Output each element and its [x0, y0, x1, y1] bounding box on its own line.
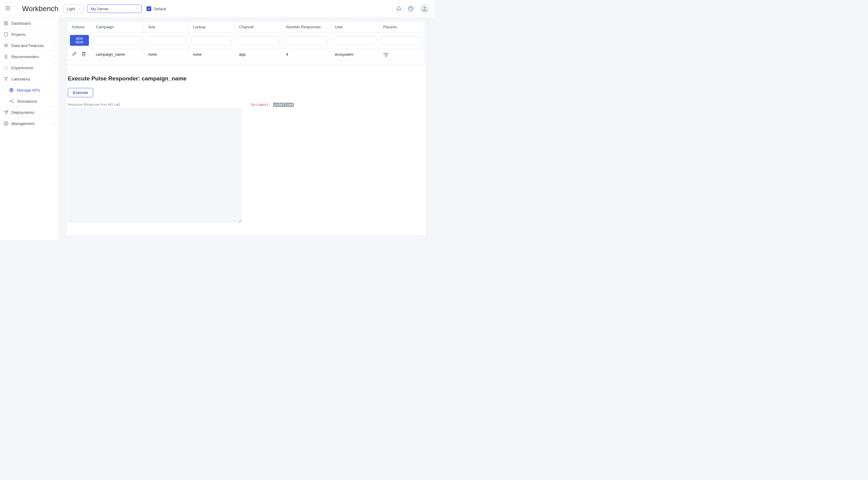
- svg-point-14: [4, 44, 5, 45]
- cell-number-responses: 4: [282, 48, 331, 61]
- svg-line-26: [10, 101, 13, 102]
- sidebar-item-label: Projects: [11, 32, 26, 37]
- chevron-down-icon: [78, 7, 81, 11]
- chevron-left-icon: [53, 66, 56, 70]
- sidebar-item-label: Manage APIs: [17, 88, 40, 93]
- col-number-responses: Number Responses: [282, 22, 331, 33]
- brand-title: Workbench: [22, 4, 59, 13]
- default-checkbox-wrap: Default: [147, 6, 166, 11]
- col-sub: Sub: [144, 22, 188, 33]
- default-checkbox-label: Default: [154, 7, 166, 11]
- server-select[interactable]: My Server: [87, 4, 142, 13]
- user-input[interactable]: [333, 36, 376, 44]
- sidebar-item-simulations[interactable]: Simulations: [0, 96, 59, 107]
- main-content: Actions Campaign Sub Lookup Channel Numb…: [59, 18, 434, 240]
- sidebar-item-projects[interactable]: Projects: [0, 29, 59, 40]
- add-new-button[interactable]: ADD NEW: [70, 35, 89, 46]
- col-actions: Actions: [67, 22, 92, 33]
- chevron-down-icon: [53, 77, 56, 81]
- svg-point-24: [12, 102, 13, 103]
- svg-rect-9: [6, 24, 8, 25]
- chevron-left-icon: [53, 43, 56, 48]
- svg-rect-7: [6, 22, 8, 23]
- edit-icon[interactable]: [72, 52, 76, 57]
- sidebar-item-laboratory[interactable]: Laboratory: [0, 73, 59, 84]
- sidebar-item-data-features[interactable]: Data and Features: [0, 40, 59, 51]
- network-icon: [9, 99, 14, 104]
- sidebar: Dashboard Projects Data and Features Rec…: [0, 18, 59, 240]
- response-label: Response [Response from API call]: [68, 103, 242, 106]
- badge-icon: [4, 54, 8, 59]
- svg-point-18: [4, 66, 8, 70]
- theme-select[interactable]: Light: [63, 4, 84, 13]
- sidebar-item-dashboard[interactable]: Dashboard: [0, 18, 59, 29]
- notifications-icon[interactable]: [393, 3, 404, 15]
- svg-point-22: [10, 101, 10, 102]
- svg-rect-6: [4, 22, 6, 23]
- server-select-value: My Server: [91, 7, 108, 11]
- campaign-input[interactable]: [94, 36, 141, 44]
- document-output: Document: undefined: [251, 103, 425, 107]
- svg-point-5: [424, 7, 426, 9]
- svg-point-16: [7, 44, 8, 45]
- col-channel: Channel: [235, 22, 282, 33]
- sidebar-item-management[interactable]: Management: [0, 118, 59, 129]
- header-divider: [17, 5, 17, 12]
- sidebar-item-label: Management: [11, 122, 34, 126]
- svg-marker-19: [4, 77, 8, 81]
- col-campaign: Campaign: [92, 22, 144, 33]
- grid-icon: [4, 21, 8, 26]
- svg-line-25: [10, 100, 13, 101]
- sidebar-item-label: Recommenders: [11, 55, 39, 59]
- sidebar-item-recommenders[interactable]: Recommenders: [0, 51, 59, 62]
- file-icon: [4, 32, 8, 37]
- channel-input[interactable]: [237, 36, 279, 44]
- svg-point-23: [12, 100, 13, 101]
- svg-point-15: [6, 46, 7, 47]
- svg-rect-8: [4, 24, 6, 25]
- svg-point-29: [5, 123, 7, 124]
- funnel-icon: [4, 76, 8, 81]
- section-title: Execute Pulse Responder: campaign_name: [68, 75, 425, 82]
- number-responses-input[interactable]: [284, 36, 328, 44]
- spark-icon: [4, 65, 8, 70]
- cell-channel: app: [235, 48, 282, 61]
- cell-campaign: campaign_name: [92, 48, 144, 61]
- sub-input[interactable]: [147, 36, 186, 44]
- delete-icon[interactable]: [82, 52, 86, 57]
- lookup-input[interactable]: [191, 36, 232, 44]
- send-icon: [4, 110, 8, 115]
- sliders-icon: [4, 43, 8, 48]
- sidebar-item-label: Simulations: [17, 99, 37, 104]
- campaign-table: Actions Campaign Sub Lookup Channel Numb…: [67, 22, 426, 61]
- document-key: Document: [251, 103, 269, 107]
- cell-user: ecosystem: [330, 48, 379, 61]
- user-avatar[interactable]: [420, 4, 429, 13]
- globe-icon: [9, 88, 14, 93]
- execute-button[interactable]: Execute: [68, 88, 93, 97]
- sidebar-item-deployments[interactable]: Deployments: [0, 107, 59, 118]
- params-input[interactable]: [381, 36, 423, 44]
- sidebar-item-label: Data and Features: [11, 43, 44, 48]
- sidebar-item-manage-apis[interactable]: Manage APIs: [0, 84, 59, 96]
- sidebar-item-label: Experiments: [11, 66, 33, 70]
- default-checkbox[interactable]: [147, 6, 151, 11]
- sidebar-item-label: Laboratory: [11, 77, 30, 81]
- chevron-left-icon: [53, 110, 56, 115]
- help-icon[interactable]: [404, 3, 416, 15]
- table-row: campaign_name none none app 4 ecosystem …: [67, 48, 426, 61]
- chevron-left-icon: [53, 122, 56, 126]
- menu-toggle-icon[interactable]: [5, 5, 12, 12]
- col-user: User: [330, 22, 379, 33]
- cell-sub: none: [144, 48, 188, 61]
- chevron-down-icon: [136, 7, 139, 11]
- cell-params: "{}": [379, 48, 425, 61]
- sidebar-item-experiments[interactable]: Experiments: [0, 62, 59, 73]
- chevron-left-icon: [53, 55, 56, 59]
- table-header-row: Actions Campaign Sub Lookup Channel Numb…: [67, 22, 426, 33]
- svg-point-17: [5, 55, 7, 57]
- response-textarea[interactable]: [68, 108, 242, 222]
- gear-icon: [4, 121, 8, 126]
- col-lookup: Lookup: [188, 22, 235, 33]
- cell-lookup: none: [188, 48, 235, 61]
